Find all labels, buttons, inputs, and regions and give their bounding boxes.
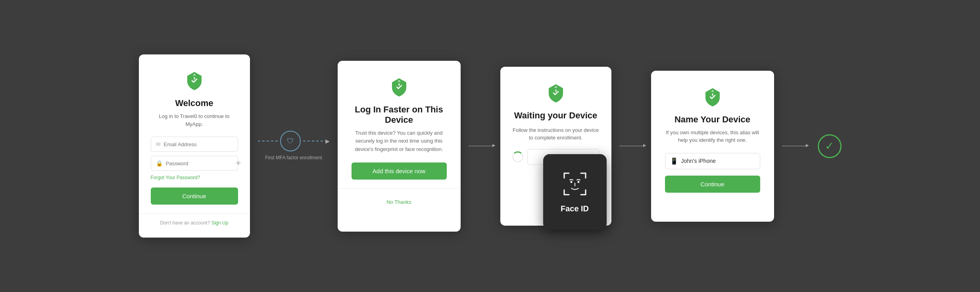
- arrow-right-icon: ▶: [325, 138, 330, 144]
- connector-3: [611, 146, 651, 146]
- logo-4: [702, 87, 723, 107]
- email-icon: ✉: [156, 141, 161, 147]
- mfa-shield-icon: 🛡: [280, 131, 301, 151]
- eye-icon[interactable]: 👁: [236, 160, 241, 166]
- dashed-arrow: 🛡 ▶: [258, 131, 330, 151]
- face-id-overlay: Face ID: [543, 154, 607, 230]
- divider: [139, 213, 250, 214]
- loading-spinner: [512, 151, 523, 162]
- card-footer: Don't have an account? Sign Up: [160, 220, 229, 226]
- email-input-group[interactable]: ✉: [151, 137, 238, 152]
- face-id-label: Face ID: [561, 204, 589, 213]
- login-card: Welcome Log in to Travel0 to continue to…: [139, 54, 250, 238]
- simple-arrow-line-4: [782, 146, 806, 146]
- name-device-subtitle: If you own multiple devices, this alias …: [665, 129, 760, 144]
- svg-point-0: [570, 181, 572, 183]
- welcome-title: Welcome: [175, 98, 213, 108]
- flow-container: Welcome Log in to Travel0 to continue to…: [0, 0, 980, 292]
- continue-button[interactable]: Continue: [151, 188, 238, 205]
- device-phone-icon: 📱: [670, 157, 678, 165]
- device-name-input-group[interactable]: 📱: [665, 153, 760, 169]
- lock-icon: 🔒: [156, 160, 163, 166]
- no-thanks-link[interactable]: No Thanks: [386, 199, 411, 205]
- connector-label: First MFA factor enrollment: [265, 155, 322, 161]
- name-device-title: Name Your Device: [674, 114, 750, 125]
- connector-2: [461, 146, 500, 146]
- forgot-password-link[interactable]: Forgot Your Password?: [151, 175, 200, 180]
- faster-login-desc: Trust this device? You can quickly and s…: [352, 129, 447, 154]
- connector-1: 🛡 ▶ First MFA factor enrollment: [250, 131, 338, 161]
- waiting-subtitle: Follow the instructions on your device t…: [512, 126, 600, 142]
- success-indicator: ✓: [818, 134, 842, 158]
- welcome-subtitle: Log in to Travel0 to continue to MyApp.: [151, 112, 238, 128]
- logo-3: [546, 83, 566, 103]
- faster-login-card: Log In Faster on This Device Trust this …: [338, 61, 461, 232]
- footer-text: Don't have an account?: [160, 220, 210, 226]
- connector-4: [774, 146, 814, 146]
- continue-button-4[interactable]: Continue: [665, 176, 760, 193]
- logo-2: [389, 77, 409, 97]
- signup-link[interactable]: Sign Up: [211, 220, 229, 226]
- simple-arrow-line: [469, 146, 492, 146]
- password-input[interactable]: [166, 161, 233, 166]
- checkmark-icon: ✓: [825, 139, 834, 153]
- logo: [184, 70, 205, 91]
- email-input[interactable]: [164, 141, 233, 147]
- dashed-line-right: [303, 141, 323, 141]
- device-name-input[interactable]: [681, 158, 755, 164]
- divider-2: [338, 188, 461, 189]
- name-device-card: Name Your Device If you own multiple dev…: [651, 71, 774, 222]
- dashed-line-left: [258, 141, 278, 141]
- add-device-button[interactable]: Add this device now: [352, 162, 447, 180]
- shield-symbol: 🛡: [287, 137, 294, 145]
- svg-point-1: [577, 181, 579, 183]
- password-input-group[interactable]: 🔒 👁: [151, 156, 238, 171]
- simple-arrow-line-3: [619, 146, 643, 146]
- waiting-title: Waiting your Device: [514, 110, 597, 121]
- faster-login-title: Log In Faster on This Device: [352, 104, 447, 125]
- waiting-card-container: Waiting your Device Follow the instructi…: [500, 67, 611, 226]
- face-id-icon: [561, 170, 589, 198]
